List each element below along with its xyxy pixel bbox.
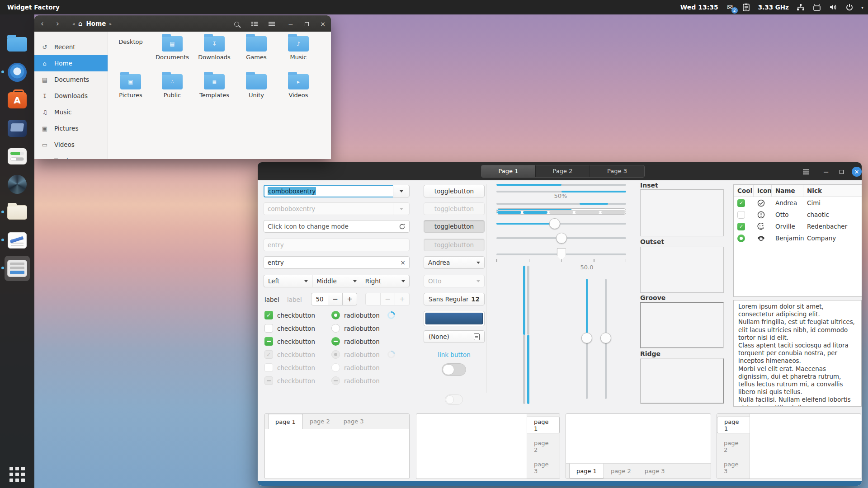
- tree-header-nick[interactable]: Nick: [803, 185, 862, 197]
- icon-mode-entry[interactable]: Click icon to change mode: [264, 220, 410, 233]
- display-icon[interactable]: [812, 3, 821, 12]
- name-combobox[interactable]: Andrea: [424, 256, 485, 269]
- dock-item-widget-factory[interactable]: [5, 256, 30, 281]
- radiobutton-selected[interactable]: radiobutton: [331, 311, 380, 319]
- chevron-down-icon[interactable]: ▾: [861, 5, 863, 10]
- radiobutton-indeterminate[interactable]: radiobutton: [331, 337, 380, 346]
- path-prev-icon[interactable]: ◂: [72, 21, 75, 26]
- notebook-tab-page3[interactable]: page 3: [337, 414, 371, 429]
- spin-value[interactable]: 50: [311, 293, 328, 305]
- file-manager-headerbar[interactable]: ‹ › ◂ ⌂ Home ▸ − ×: [34, 15, 331, 32]
- table-row[interactable]: ✓ Orville Redenbacher: [734, 221, 862, 232]
- view-list-button[interactable]: [250, 19, 259, 29]
- minimize-button[interactable]: −: [286, 19, 296, 29]
- checkbox-unchecked-icon[interactable]: [737, 211, 745, 219]
- clock[interactable]: Wed 13:35: [680, 4, 718, 11]
- folder-videos[interactable]: ▸Videos: [278, 74, 319, 99]
- sidebar-item-pictures[interactable]: ▣Pictures: [34, 120, 108, 136]
- path-next-icon[interactable]: ▸: [109, 21, 112, 26]
- comboboxentry-dropdown-button[interactable]: [393, 185, 410, 197]
- checkbox-checked-icon[interactable]: ✓: [737, 223, 745, 230]
- notebook-tab-page2[interactable]: page 2: [604, 464, 638, 479]
- scale-handle[interactable]: [556, 233, 567, 244]
- notebook-tab-page2[interactable]: page 2: [717, 438, 750, 455]
- scale-handle[interactable]: [549, 218, 560, 229]
- scale-handle[interactable]: [581, 333, 592, 343]
- dock-item-web-browser[interactable]: [5, 60, 30, 85]
- notebook-tab-page2[interactable]: page 2: [527, 438, 560, 455]
- textview[interactable]: Lorem ipsum dolor sit amet, consectetur …: [733, 300, 862, 407]
- folder-documents[interactable]: ▤Documents: [151, 36, 193, 61]
- entry-with-clear[interactable]: entry ×: [264, 256, 410, 269]
- power-icon[interactable]: [845, 3, 854, 12]
- clipboard-icon[interactable]: [742, 3, 751, 12]
- maximize-button[interactable]: [302, 19, 311, 29]
- notebook-tab-page3[interactable]: page 3: [638, 464, 672, 479]
- dock-item-app-grid[interactable]: [5, 462, 30, 487]
- switch-off[interactable]: [442, 363, 466, 376]
- sidebar-item-home[interactable]: ⌂Home: [34, 55, 108, 71]
- togglebutton-active[interactable]: togglebutton: [424, 220, 485, 233]
- volume-icon[interactable]: [829, 3, 838, 12]
- path-bar[interactable]: ◂ ⌂ Home ▸: [72, 18, 112, 29]
- notebook-tab-page1[interactable]: page 1: [717, 417, 750, 433]
- folder-templates[interactable]: ≣Templates: [193, 74, 235, 99]
- spin-decrement-button[interactable]: −: [328, 293, 343, 305]
- table-row[interactable]: ✓ Andrea Cimi: [734, 197, 862, 209]
- scale-handle[interactable]: [557, 248, 566, 260]
- spin-increment-button[interactable]: +: [343, 293, 357, 305]
- path-label[interactable]: Home: [86, 20, 106, 27]
- notebook-tab-page1[interactable]: page 1: [527, 417, 560, 433]
- folder-music[interactable]: ♪Music: [278, 36, 319, 61]
- table-row[interactable]: Otto chaotic: [734, 209, 862, 221]
- sidebar-item-recent[interactable]: ↺Recent: [34, 39, 108, 55]
- mail-icon[interactable]: ✉ 2: [726, 3, 735, 12]
- notebook-tab-page3[interactable]: page 3: [717, 459, 750, 476]
- dock-item-software-store[interactable]: A: [5, 88, 30, 113]
- tree-header-icon[interactable]: Icon: [754, 185, 772, 197]
- tab-page-2[interactable]: Page 2: [536, 165, 590, 177]
- checkbutton-indeterminate[interactable]: checkbutton: [264, 337, 315, 346]
- checkbox-checked-icon[interactable]: ✓: [737, 199, 745, 207]
- menu-button[interactable]: [801, 166, 811, 177]
- vscale-filled[interactable]: [581, 279, 593, 399]
- sidebar-item-trash[interactable]: ▯Trash: [34, 153, 108, 159]
- combo-left[interactable]: Left: [264, 275, 312, 287]
- dock-item-virtualbox[interactable]: [5, 116, 30, 141]
- tree-header-name[interactable]: Name: [772, 185, 803, 197]
- maximize-button[interactable]: [836, 166, 847, 177]
- checkbutton-checked[interactable]: ✓checkbutton: [264, 311, 315, 319]
- sidebar-item-music[interactable]: ♫Music: [34, 104, 108, 120]
- sidebar-item-documents[interactable]: ▤Documents: [34, 71, 108, 88]
- table-row[interactable]: Benjamin Company: [734, 232, 862, 244]
- tab-page-1[interactable]: Page 1: [481, 165, 536, 177]
- folder-public[interactable]: ∴Public: [151, 74, 193, 99]
- close-button[interactable]: ×: [318, 19, 328, 29]
- menu-button[interactable]: [267, 19, 277, 29]
- forward-button[interactable]: ›: [56, 15, 59, 32]
- sidebar-item-videos[interactable]: ▭Videos: [34, 136, 108, 153]
- widget-factory-headerbar[interactable]: Page 1 Page 2 Page 3 − ✕: [258, 162, 862, 180]
- dock-item-folder-light[interactable]: [5, 200, 30, 225]
- back-button[interactable]: ‹: [41, 15, 44, 32]
- folder-downloads[interactable]: ↧Downloads: [193, 36, 235, 61]
- clear-icon[interactable]: ×: [400, 259, 406, 266]
- dock-item-file-manager[interactable]: [5, 32, 30, 57]
- file-chooser-button[interactable]: (None): [424, 330, 485, 343]
- dock-item-photo-app[interactable]: [5, 172, 30, 197]
- tree-header-cool[interactable]: Cool: [734, 185, 754, 197]
- dock-item-text-editor[interactable]: [5, 228, 30, 253]
- notebook-tab-page3[interactable]: page 3: [527, 459, 560, 476]
- sidebar-item-downloads[interactable]: ↧Downloads: [34, 88, 108, 104]
- radiobutton-unselected[interactable]: radiobutton: [331, 324, 380, 333]
- notebook-tab-page2[interactable]: page 2: [303, 414, 337, 429]
- checkbutton-unchecked[interactable]: checkbutton: [264, 324, 315, 333]
- minimize-button[interactable]: −: [821, 166, 831, 177]
- folder-games[interactable]: Games: [236, 36, 277, 61]
- tab-page-3[interactable]: Page 3: [590, 165, 644, 177]
- network-icon[interactable]: [796, 3, 805, 12]
- dock-item-tweak-tool[interactable]: [5, 144, 30, 169]
- togglebutton[interactable]: togglebutton: [424, 185, 485, 197]
- hscale-filled[interactable]: [496, 218, 626, 229]
- combo-middle[interactable]: Middle: [312, 275, 360, 287]
